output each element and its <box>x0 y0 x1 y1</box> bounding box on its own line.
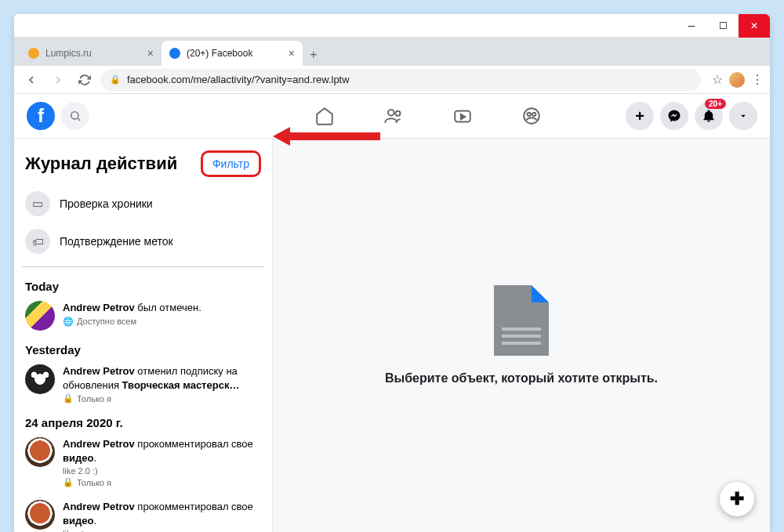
activity-item[interactable]: Andrew Petrov отменил подписку на обновл… <box>22 361 264 413</box>
tab-title: Lumpics.ru <box>45 48 141 59</box>
document-icon <box>494 285 549 356</box>
browser-menu-icon[interactable]: ⋮ <box>751 72 764 87</box>
main-detail-pane: Выберите объект, который хотите открыть.… <box>273 138 770 532</box>
tag-icon: 🏷 <box>25 229 50 254</box>
annotation-arrow <box>273 127 380 146</box>
window-titlebar: ─ ☐ ✕ <box>14 14 770 38</box>
fb-top-nav: f + 20+ <box>14 94 770 138</box>
compose-fab[interactable]: ✚ <box>720 482 754 516</box>
favicon-lumpics <box>28 48 39 59</box>
browser-tabs: Lumpics.ru × (20+) Facebook × + <box>14 38 770 66</box>
address-bar[interactable]: 🔒 facebook.com/me/allactivity/?vanity=an… <box>100 69 701 91</box>
nav-groups[interactable] <box>500 97 563 135</box>
date-heading: 24 апреля 2020 г. <box>22 413 264 434</box>
notifications-button[interactable]: 20+ <box>695 102 723 130</box>
nav-watch[interactable] <box>431 97 494 135</box>
profile-avatar-icon[interactable] <box>729 72 745 88</box>
filter-button[interactable]: Фильтр <box>201 150 261 177</box>
fb-logo[interactable]: f <box>27 102 55 130</box>
avatar <box>25 437 55 467</box>
activity-text: Andrew Petrov был отмечен. <box>63 301 201 315</box>
page-content: Журнал действий Фильтр ▭ Проверка хроник… <box>14 138 770 532</box>
avatar <box>25 500 55 530</box>
tab-close-icon[interactable]: × <box>147 47 154 60</box>
privacy-meta: 🔒Только я <box>63 477 261 487</box>
messenger-button[interactable] <box>660 102 688 130</box>
activity-item[interactable]: Andrew Petrov прокомментировал свое виде… <box>22 434 264 497</box>
browser-tab-lumpics[interactable]: Lumpics.ru × <box>20 41 162 66</box>
svg-point-6 <box>532 113 535 116</box>
lock-icon: 🔒 <box>63 477 74 487</box>
privacy-meta: 🔒Только я <box>63 393 261 404</box>
plus-icon: + <box>635 107 644 125</box>
reload-button[interactable] <box>74 69 96 91</box>
globe-icon: 🌐 <box>63 317 74 327</box>
date-heading: Today <box>22 277 264 298</box>
activity-text: Andrew Petrov отменил подписку на обновл… <box>63 364 261 392</box>
browser-window: ─ ☐ ✕ Lumpics.ru × (20+) Facebook × + 🔒 … <box>14 14 770 532</box>
timeline-review-label: Проверка хроники <box>60 197 153 210</box>
activity-log-sidebar: Журнал действий Фильтр ▭ Проверка хроник… <box>14 138 273 532</box>
window-maximize-button[interactable]: ☐ <box>707 14 739 38</box>
account-menu-button[interactable] <box>729 102 757 130</box>
divider <box>22 266 264 267</box>
svg-point-2 <box>395 111 400 116</box>
svg-point-5 <box>528 113 531 116</box>
comment-text: like 2.0 :) <box>63 466 261 476</box>
fb-search-button[interactable] <box>61 102 89 130</box>
avatar <box>25 301 55 331</box>
page-title: Журнал действий <box>25 154 177 174</box>
tab-close-icon[interactable]: × <box>289 47 295 60</box>
tag-review-link[interactable]: 🏷 Подтверждение меток <box>22 223 264 260</box>
empty-state-text: Выберите объект, который хотите открыть. <box>385 371 658 385</box>
tab-title: (20+) Facebook <box>187 48 282 59</box>
activity-item[interactable]: Andrew Petrov прокомментировал свое виде… <box>22 497 264 532</box>
favicon-facebook <box>169 48 180 59</box>
new-tab-button[interactable]: + <box>303 44 325 66</box>
lock-icon: 🔒 <box>63 393 74 404</box>
privacy-meta: 🌐Доступно всем <box>63 317 201 327</box>
activity-text: Andrew Petrov прокомментировал свое виде… <box>63 437 261 465</box>
lock-icon: 🔒 <box>110 74 121 85</box>
svg-point-1 <box>388 110 394 116</box>
timeline-icon: ▭ <box>25 191 50 216</box>
back-button[interactable] <box>20 69 42 91</box>
avatar <box>25 364 55 394</box>
timeline-review-link[interactable]: ▭ Проверка хроники <box>22 185 264 223</box>
forward-button[interactable] <box>47 69 69 91</box>
activity-text: Andrew Petrov прокомментировал свое виде… <box>63 500 261 527</box>
svg-point-4 <box>524 108 539 124</box>
url-text: facebook.com/me/allactivity/?vanity=and.… <box>127 74 350 85</box>
bookmark-star-icon[interactable]: ☆ <box>712 72 723 87</box>
notification-badge: 20+ <box>705 99 726 109</box>
browser-toolbar: 🔒 facebook.com/me/allactivity/?vanity=an… <box>14 66 770 94</box>
date-heading: Yesterday <box>22 340 264 361</box>
window-minimize-button[interactable]: ─ <box>676 14 707 38</box>
tag-review-label: Подтверждение меток <box>60 235 173 248</box>
activity-item[interactable]: Andrew Petrov был отмечен. 🌐Доступно все… <box>22 298 264 340</box>
create-button[interactable]: + <box>626 102 654 130</box>
svg-point-0 <box>71 112 78 119</box>
window-close-button[interactable]: ✕ <box>739 14 770 38</box>
comment-text: like ☺ <box>63 529 261 532</box>
browser-tab-facebook[interactable]: (20+) Facebook × <box>162 41 303 66</box>
